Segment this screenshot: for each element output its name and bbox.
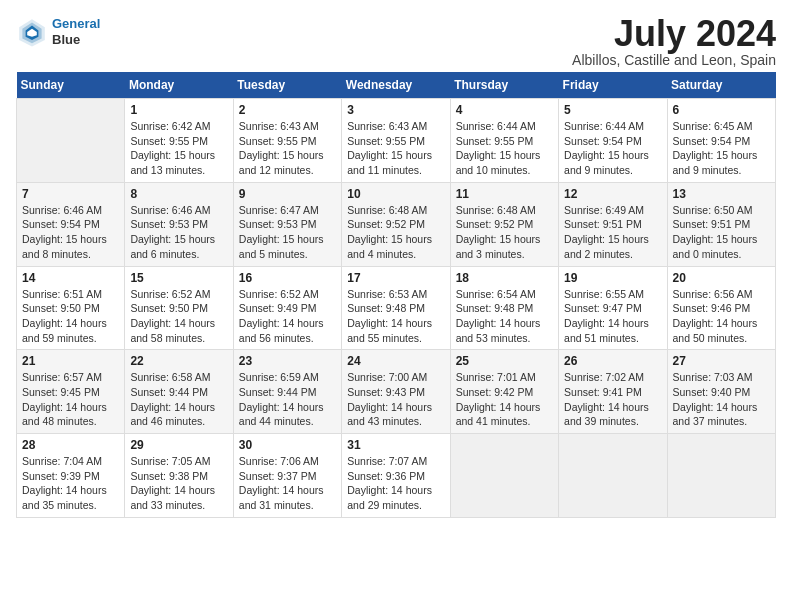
weekday-header: Sunday (17, 72, 125, 99)
calendar-cell: 10Sunrise: 6:48 AM Sunset: 9:52 PM Dayli… (342, 182, 450, 266)
day-number: 10 (347, 187, 444, 201)
day-number: 8 (130, 187, 227, 201)
calendar-week-row: 1Sunrise: 6:42 AM Sunset: 9:55 PM Daylig… (17, 99, 776, 183)
day-info: Sunrise: 6:46 AM Sunset: 9:53 PM Dayligh… (130, 203, 227, 262)
calendar-cell: 15Sunrise: 6:52 AM Sunset: 9:50 PM Dayli… (125, 266, 233, 350)
calendar-cell: 2Sunrise: 6:43 AM Sunset: 9:55 PM Daylig… (233, 99, 341, 183)
calendar-header: SundayMondayTuesdayWednesdayThursdayFrid… (17, 72, 776, 99)
day-info: Sunrise: 6:53 AM Sunset: 9:48 PM Dayligh… (347, 287, 444, 346)
day-number: 4 (456, 103, 553, 117)
calendar-cell: 9Sunrise: 6:47 AM Sunset: 9:53 PM Daylig… (233, 182, 341, 266)
day-number: 27 (673, 354, 770, 368)
day-info: Sunrise: 6:45 AM Sunset: 9:54 PM Dayligh… (673, 119, 770, 178)
calendar-table: SundayMondayTuesdayWednesdayThursdayFrid… (16, 72, 776, 518)
logo-text: General Blue (52, 16, 100, 47)
calendar-body: 1Sunrise: 6:42 AM Sunset: 9:55 PM Daylig… (17, 99, 776, 518)
day-info: Sunrise: 6:57 AM Sunset: 9:45 PM Dayligh… (22, 370, 119, 429)
calendar-cell: 18Sunrise: 6:54 AM Sunset: 9:48 PM Dayli… (450, 266, 558, 350)
day-number: 24 (347, 354, 444, 368)
day-info: Sunrise: 7:04 AM Sunset: 9:39 PM Dayligh… (22, 454, 119, 513)
calendar-cell: 19Sunrise: 6:55 AM Sunset: 9:47 PM Dayli… (559, 266, 667, 350)
day-info: Sunrise: 6:51 AM Sunset: 9:50 PM Dayligh… (22, 287, 119, 346)
day-number: 29 (130, 438, 227, 452)
day-info: Sunrise: 6:56 AM Sunset: 9:46 PM Dayligh… (673, 287, 770, 346)
calendar-cell: 12Sunrise: 6:49 AM Sunset: 9:51 PM Dayli… (559, 182, 667, 266)
calendar-cell (667, 434, 775, 518)
day-number: 23 (239, 354, 336, 368)
day-number: 26 (564, 354, 661, 368)
weekday-header: Monday (125, 72, 233, 99)
day-number: 18 (456, 271, 553, 285)
day-info: Sunrise: 6:43 AM Sunset: 9:55 PM Dayligh… (347, 119, 444, 178)
day-info: Sunrise: 6:48 AM Sunset: 9:52 PM Dayligh… (456, 203, 553, 262)
day-number: 6 (673, 103, 770, 117)
weekday-header: Saturday (667, 72, 775, 99)
day-info: Sunrise: 6:58 AM Sunset: 9:44 PM Dayligh… (130, 370, 227, 429)
day-info: Sunrise: 6:59 AM Sunset: 9:44 PM Dayligh… (239, 370, 336, 429)
weekday-header: Thursday (450, 72, 558, 99)
day-info: Sunrise: 7:07 AM Sunset: 9:36 PM Dayligh… (347, 454, 444, 513)
day-number: 19 (564, 271, 661, 285)
day-number: 7 (22, 187, 119, 201)
day-number: 3 (347, 103, 444, 117)
day-info: Sunrise: 7:01 AM Sunset: 9:42 PM Dayligh… (456, 370, 553, 429)
day-info: Sunrise: 6:48 AM Sunset: 9:52 PM Dayligh… (347, 203, 444, 262)
logo: General Blue (16, 16, 100, 48)
day-info: Sunrise: 7:06 AM Sunset: 9:37 PM Dayligh… (239, 454, 336, 513)
calendar-cell (559, 434, 667, 518)
calendar-cell: 26Sunrise: 7:02 AM Sunset: 9:41 PM Dayli… (559, 350, 667, 434)
calendar-week-row: 28Sunrise: 7:04 AM Sunset: 9:39 PM Dayli… (17, 434, 776, 518)
calendar-week-row: 14Sunrise: 6:51 AM Sunset: 9:50 PM Dayli… (17, 266, 776, 350)
calendar-cell: 30Sunrise: 7:06 AM Sunset: 9:37 PM Dayli… (233, 434, 341, 518)
calendar-cell: 28Sunrise: 7:04 AM Sunset: 9:39 PM Dayli… (17, 434, 125, 518)
day-number: 5 (564, 103, 661, 117)
calendar-cell: 4Sunrise: 6:44 AM Sunset: 9:55 PM Daylig… (450, 99, 558, 183)
day-number: 20 (673, 271, 770, 285)
day-number: 25 (456, 354, 553, 368)
day-number: 1 (130, 103, 227, 117)
calendar-cell: 16Sunrise: 6:52 AM Sunset: 9:49 PM Dayli… (233, 266, 341, 350)
calendar-week-row: 7Sunrise: 6:46 AM Sunset: 9:54 PM Daylig… (17, 182, 776, 266)
calendar-cell: 31Sunrise: 7:07 AM Sunset: 9:36 PM Dayli… (342, 434, 450, 518)
day-info: Sunrise: 6:42 AM Sunset: 9:55 PM Dayligh… (130, 119, 227, 178)
day-info: Sunrise: 7:02 AM Sunset: 9:41 PM Dayligh… (564, 370, 661, 429)
page-header: General Blue July 2024 Albillos, Castill… (16, 16, 776, 68)
calendar-cell: 24Sunrise: 7:00 AM Sunset: 9:43 PM Dayli… (342, 350, 450, 434)
calendar-cell: 22Sunrise: 6:58 AM Sunset: 9:44 PM Dayli… (125, 350, 233, 434)
day-info: Sunrise: 7:05 AM Sunset: 9:38 PM Dayligh… (130, 454, 227, 513)
day-info: Sunrise: 6:44 AM Sunset: 9:55 PM Dayligh… (456, 119, 553, 178)
calendar-cell: 14Sunrise: 6:51 AM Sunset: 9:50 PM Dayli… (17, 266, 125, 350)
calendar-cell: 6Sunrise: 6:45 AM Sunset: 9:54 PM Daylig… (667, 99, 775, 183)
day-info: Sunrise: 6:50 AM Sunset: 9:51 PM Dayligh… (673, 203, 770, 262)
calendar-cell (17, 99, 125, 183)
title-block: July 2024 Albillos, Castille and Leon, S… (572, 16, 776, 68)
day-info: Sunrise: 6:44 AM Sunset: 9:54 PM Dayligh… (564, 119, 661, 178)
day-info: Sunrise: 6:52 AM Sunset: 9:50 PM Dayligh… (130, 287, 227, 346)
day-info: Sunrise: 6:49 AM Sunset: 9:51 PM Dayligh… (564, 203, 661, 262)
calendar-cell: 25Sunrise: 7:01 AM Sunset: 9:42 PM Dayli… (450, 350, 558, 434)
calendar-cell: 11Sunrise: 6:48 AM Sunset: 9:52 PM Dayli… (450, 182, 558, 266)
weekday-header: Friday (559, 72, 667, 99)
day-number: 14 (22, 271, 119, 285)
day-number: 30 (239, 438, 336, 452)
calendar-cell: 29Sunrise: 7:05 AM Sunset: 9:38 PM Dayli… (125, 434, 233, 518)
day-number: 12 (564, 187, 661, 201)
day-info: Sunrise: 6:47 AM Sunset: 9:53 PM Dayligh… (239, 203, 336, 262)
calendar-cell: 1Sunrise: 6:42 AM Sunset: 9:55 PM Daylig… (125, 99, 233, 183)
calendar-cell: 5Sunrise: 6:44 AM Sunset: 9:54 PM Daylig… (559, 99, 667, 183)
weekday-header: Wednesday (342, 72, 450, 99)
day-number: 13 (673, 187, 770, 201)
calendar-cell: 3Sunrise: 6:43 AM Sunset: 9:55 PM Daylig… (342, 99, 450, 183)
calendar-cell: 20Sunrise: 6:56 AM Sunset: 9:46 PM Dayli… (667, 266, 775, 350)
header-row: SundayMondayTuesdayWednesdayThursdayFrid… (17, 72, 776, 99)
calendar-week-row: 21Sunrise: 6:57 AM Sunset: 9:45 PM Dayli… (17, 350, 776, 434)
day-number: 11 (456, 187, 553, 201)
day-number: 15 (130, 271, 227, 285)
calendar-cell: 23Sunrise: 6:59 AM Sunset: 9:44 PM Dayli… (233, 350, 341, 434)
day-info: Sunrise: 6:54 AM Sunset: 9:48 PM Dayligh… (456, 287, 553, 346)
day-info: Sunrise: 6:46 AM Sunset: 9:54 PM Dayligh… (22, 203, 119, 262)
day-info: Sunrise: 6:43 AM Sunset: 9:55 PM Dayligh… (239, 119, 336, 178)
day-info: Sunrise: 6:52 AM Sunset: 9:49 PM Dayligh… (239, 287, 336, 346)
day-number: 2 (239, 103, 336, 117)
day-info: Sunrise: 7:00 AM Sunset: 9:43 PM Dayligh… (347, 370, 444, 429)
